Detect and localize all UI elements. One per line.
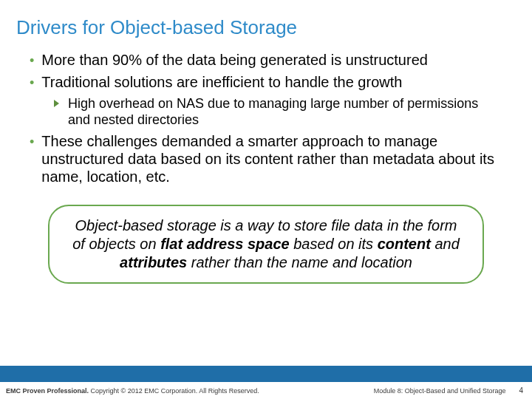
callout-container: Object-based storage is a way to store f…: [30, 205, 502, 284]
slide-content: • More than 90% of the data being genera…: [0, 47, 532, 366]
footer-copyright-text: Copyright © 2012 EMC Corporation. All Ri…: [89, 387, 259, 395]
callout-text: and: [431, 236, 460, 252]
bullet-text: Traditional solutions are inefficient to…: [41, 73, 402, 91]
callout-bold: attributes: [120, 254, 187, 270]
definition-callout: Object-based storage is a way to store f…: [48, 205, 484, 284]
callout-bold: content: [378, 236, 431, 252]
bullet-text: More than 90% of the data being generate…: [41, 51, 428, 69]
callout-bold: flat address space: [160, 236, 290, 252]
slide: Drivers for Object-based Storage • More …: [0, 0, 532, 399]
footer: EMC Proven Professional. Copyright © 201…: [0, 382, 532, 399]
bullet-item: • More than 90% of the data being genera…: [30, 51, 502, 69]
bullet-icon: •: [30, 134, 34, 150]
bullet-icon: •: [30, 52, 34, 69]
bullet-item: • Traditional solutions are inefficient …: [30, 73, 502, 91]
arrow-right-icon: [53, 98, 61, 111]
footer-accent-bar: [0, 366, 532, 382]
footer-module: Module 8: Object-Based and Unified Stora…: [374, 387, 506, 395]
page-number: 4: [519, 386, 523, 395]
footer-right: Module 8: Object-Based and Unified Stora…: [374, 386, 523, 395]
slide-title: Drivers for Object-based Storage: [0, 0, 532, 47]
bullet-icon: •: [30, 75, 34, 91]
footer-brand: EMC Proven Professional.: [6, 387, 89, 395]
footer-copyright: EMC Proven Professional. Copyright © 201…: [6, 387, 259, 395]
callout-text: based on its: [290, 236, 378, 252]
bullet-text: These challenges demanded a smarter appr…: [41, 132, 502, 185]
sub-bullet-text: High overhead on NAS due to managing lar…: [68, 95, 495, 128]
sub-bullet-item: High overhead on NAS due to managing lar…: [53, 95, 502, 128]
callout-text: rather than the name and location: [187, 254, 412, 270]
bullet-item: • These challenges demanded a smarter ap…: [30, 132, 502, 185]
